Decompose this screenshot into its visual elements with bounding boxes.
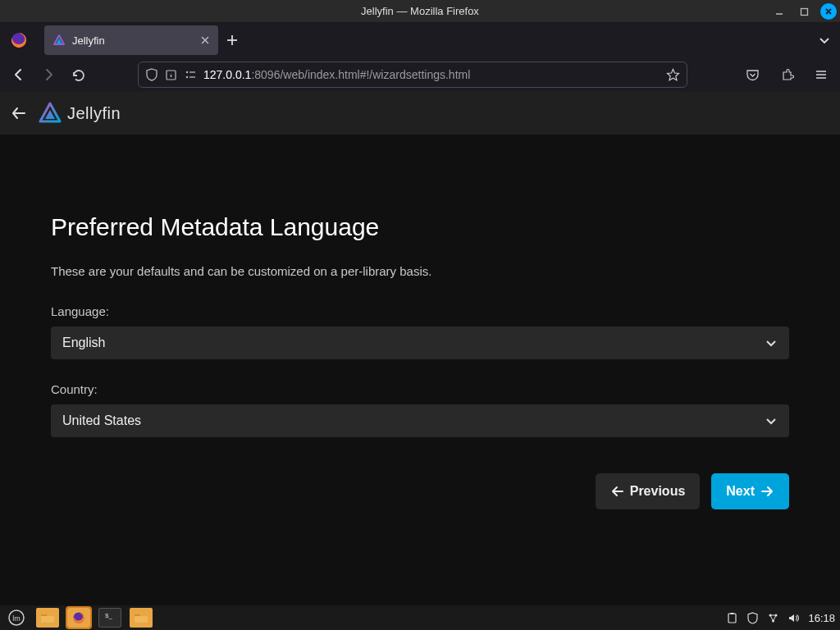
terminal-launcher[interactable]: $_ (98, 608, 121, 628)
url-bar[interactable]: 127.0.0.1:8096/web/index.html#!/wizardse… (138, 62, 687, 88)
svg-rect-1 (801, 8, 807, 15)
svg-rect-24 (135, 616, 148, 623)
jellyfin-brand-text: Jellyfin (67, 104, 121, 123)
jellyfin-header: Jellyfin (0, 92, 840, 135)
browser-tab[interactable]: Jellyfin (44, 25, 218, 55)
panel-clock[interactable]: 16:18 (808, 612, 835, 624)
country-select[interactable]: United States (51, 404, 789, 437)
arrow-left-icon (610, 484, 625, 499)
window-titlebar: Jellyfin — Mozilla Firefox (0, 0, 840, 23)
firefox-logo-icon (10, 31, 28, 49)
pocket-icon[interactable] (740, 62, 765, 87)
window-minimize-button[interactable] (771, 3, 788, 20)
os-panel: lm $_ 16:18 (0, 605, 840, 630)
svg-text:$_: $_ (105, 612, 112, 619)
new-tab-button[interactable] (226, 34, 238, 46)
forward-button[interactable] (36, 62, 61, 87)
reload-button[interactable] (66, 62, 90, 87)
svg-rect-26 (731, 613, 734, 614)
chevron-down-icon (765, 414, 778, 427)
svg-text:lm: lm (12, 614, 21, 623)
shield-icon[interactable] (145, 68, 158, 81)
tab-close-button[interactable] (200, 35, 210, 45)
clipboard-tray-icon[interactable] (726, 612, 738, 624)
window-title: Jellyfin — Mozilla Firefox (361, 5, 479, 17)
next-button[interactable]: Next (711, 473, 789, 509)
network-tray-icon[interactable] (767, 612, 779, 624)
url-text: 127.0.0.1:8096/web/index.html#!/wizardse… (203, 68, 660, 81)
previous-button-label: Previous (630, 484, 686, 499)
language-select[interactable]: English (51, 326, 789, 359)
arrow-right-icon (760, 484, 774, 499)
language-label: Language: (51, 304, 789, 318)
jellyfin-logo-icon (38, 101, 62, 126)
start-menu-button[interactable]: lm (5, 608, 28, 628)
country-label: Country: (51, 382, 789, 396)
firefox-taskbar-button[interactable] (67, 608, 90, 628)
permissions-icon[interactable] (184, 68, 197, 81)
jellyfin-wizard-page: Preferred Metadata Language These are yo… (0, 135, 840, 605)
previous-button[interactable]: Previous (596, 473, 701, 509)
jellyfin-back-button[interactable] (10, 104, 28, 122)
folder-launcher[interactable] (130, 608, 153, 628)
security-tray-icon[interactable] (746, 612, 759, 624)
site-info-icon[interactable] (165, 69, 177, 81)
browser-toolbar: 127.0.0.1:8096/web/index.html#!/wizardse… (0, 57, 840, 92)
window-close-button[interactable] (820, 3, 837, 20)
jellyfin-logo[interactable]: Jellyfin (38, 101, 121, 126)
back-button[interactable] (7, 62, 31, 87)
language-select-value: English (62, 336, 105, 350)
browser-tab-strip: Jellyfin (0, 23, 840, 57)
volume-tray-icon[interactable] (788, 612, 800, 624)
page-title: Preferred Metadata Language (51, 213, 789, 241)
svg-point-14 (186, 76, 188, 78)
tabs-dropdown-button[interactable] (819, 34, 830, 46)
next-button-label: Next (726, 484, 755, 499)
extensions-icon[interactable] (774, 62, 799, 87)
page-description: These are your defaults and can be custo… (51, 264, 789, 278)
chevron-down-icon (765, 336, 778, 349)
country-select-value: United States (62, 413, 141, 428)
file-manager-launcher[interactable] (36, 608, 59, 628)
browser-tab-label: Jellyfin (72, 34, 194, 47)
svg-rect-21 (41, 616, 54, 623)
svg-point-12 (186, 71, 188, 73)
app-menu-button[interactable] (809, 62, 833, 87)
bookmark-star-icon[interactable] (666, 68, 680, 82)
window-maximize-button[interactable] (796, 3, 812, 20)
jellyfin-favicon-icon (52, 34, 66, 47)
svg-rect-25 (728, 614, 736, 623)
